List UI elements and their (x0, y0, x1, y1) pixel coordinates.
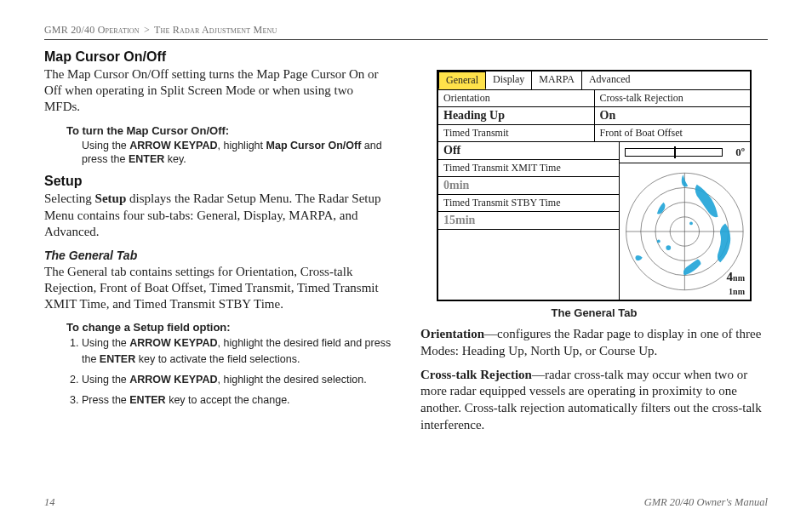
howto-title-map-cursor: To turn the Map Cursor On/Off: (66, 124, 392, 137)
steps-list: Using the ARROW KEYPAD, highlight the de… (66, 335, 392, 408)
manual-page: GMR 20/40 Operation > The Radar Adjustme… (0, 0, 812, 526)
text: key to activate the field selections. (135, 353, 300, 365)
device-tabs: General Display MARPA Advanced (438, 71, 750, 90)
text: , highlight the desired selection. (218, 374, 367, 386)
howto-title-change-field: To change a Setup field option: (66, 321, 392, 334)
paragraph-setup: Selecting Setup displays the Radar Setup… (44, 191, 392, 240)
term-orientation: Orientation (420, 327, 484, 340)
range-unit: nm (733, 273, 745, 283)
text: Selecting (44, 192, 95, 205)
range-value: 4 (727, 270, 734, 283)
text: Using the (82, 374, 129, 386)
left-column: Map Cursor On/Off The Map Cursor On/Off … (44, 48, 392, 485)
kw-setup: Setup (95, 192, 127, 205)
tab-display[interactable]: Display (486, 71, 532, 89)
figure-caption: The General Tab (420, 306, 768, 319)
kw-arrow-keypad: ARROW KEYPAD (129, 337, 217, 349)
kw-enter: ENTER (129, 394, 165, 406)
paragraph-general-tab: The General tab contains settings for Or… (44, 264, 392, 313)
value-stby-time[interactable]: 15min (438, 212, 619, 229)
device-body: Off Timed Transmit XMIT Time 0min Timed … (438, 142, 750, 300)
value-crosstalk[interactable]: On (595, 107, 751, 124)
device-row-values-1: Heading Up On (438, 107, 750, 125)
tab-general[interactable]: General (438, 71, 486, 89)
label-front-offset: Front of Boat Offset (595, 125, 751, 141)
kw-arrow-keypad: ARROW KEYPAD (129, 140, 217, 152)
term-crosstalk: Cross-talk Rejection (420, 368, 532, 381)
kw-enter: ENTER (100, 353, 135, 365)
front-offset-slider[interactable] (625, 148, 723, 157)
footer-title: GMR 20/40 Owner's Manual (644, 496, 768, 509)
right-column: General Display MARPA Advanced Orientati… (420, 48, 768, 485)
running-head-right: The Radar Adjustment Menu (154, 24, 277, 36)
heading-setup: Setup (44, 174, 392, 189)
page-number: 14 (44, 496, 55, 509)
running-head-sep: > (144, 24, 150, 36)
text: Using the (82, 140, 129, 152)
tab-advanced[interactable]: Advanced (582, 71, 638, 89)
text: key. (164, 153, 186, 165)
value-xmit-time[interactable]: 0min (438, 177, 619, 194)
device-left-panel: Off Timed Transmit XMIT Time 0min Timed … (438, 142, 620, 300)
svg-point-8 (689, 222, 693, 226)
text: Press the (82, 394, 129, 406)
kw-arrow-keypad: ARROW KEYPAD (129, 374, 217, 386)
kw-enter: ENTER (129, 153, 164, 165)
value-front-offset: 0º (726, 146, 745, 159)
kw-map-cursor: Map Cursor On/Off (266, 140, 362, 152)
label-crosstalk: Cross-talk Rejection (595, 90, 751, 106)
step-3: Press the ENTER key to accept the change… (82, 392, 392, 408)
label-xmit-time: Timed Transmit XMIT Time (438, 160, 619, 176)
text: , highlight (218, 140, 266, 152)
svg-point-6 (666, 245, 672, 250)
running-head-left: GMR 20/40 Operation (44, 24, 140, 36)
device-row-headers-2: Timed Transmit Front of Boat Offset (438, 125, 750, 142)
radar-range-main: 4nm (727, 270, 745, 284)
text: key to accept the change. (166, 394, 290, 406)
label-timed-transmit: Timed Transmit (438, 125, 595, 141)
running-head: GMR 20/40 Operation > The Radar Adjustme… (44, 24, 768, 40)
heading-general-tab: The General Tab (44, 249, 392, 262)
label-orientation: Orientation (438, 90, 595, 106)
device-blank-area (438, 230, 619, 284)
radar-range-sub: 1nm (729, 287, 745, 296)
value-timed-transmit[interactable]: Off (438, 142, 619, 159)
device-screenshot: General Display MARPA Advanced Orientati… (437, 70, 752, 301)
svg-point-7 (657, 240, 660, 243)
device-row-headers: Orientation Cross-talk Rejection (438, 90, 750, 107)
figure-general-tab: General Display MARPA Advanced Orientati… (420, 70, 768, 319)
howto-body-map-cursor: Using the ARROW KEYPAD, highlight Map Cu… (82, 139, 392, 168)
front-offset-slider-row: 0º (620, 142, 750, 163)
definition-crosstalk: Cross-talk Rejection—radar cross-talk ma… (420, 367, 768, 434)
label-stby-time: Timed Transmit STBY Time (438, 195, 619, 211)
step-2: Using the ARROW KEYPAD, highlight the de… (82, 372, 392, 387)
value-orientation[interactable]: Heading Up (438, 107, 595, 124)
page-footer: 14 GMR 20/40 Owner's Manual (44, 496, 768, 509)
paragraph-map-cursor: The Map Cursor On/Off setting turns the … (44, 66, 392, 116)
radar-display: 4nm 1nm (620, 163, 750, 300)
heading-map-cursor: Map Cursor On/Off (44, 49, 392, 65)
definition-orientation: Orientation—configures the Radar page to… (420, 326, 768, 360)
text: Using the (82, 337, 129, 349)
slider-knob-icon (674, 146, 676, 158)
step-1: Using the ARROW KEYPAD, highlight the de… (82, 335, 392, 366)
device-right-panel: 0º (620, 142, 750, 300)
tab-marpa[interactable]: MARPA (532, 71, 582, 89)
